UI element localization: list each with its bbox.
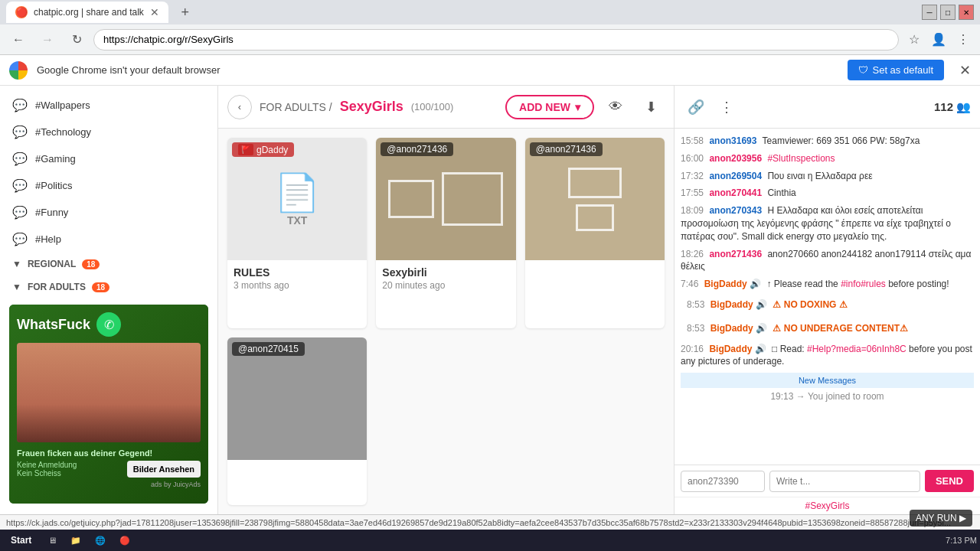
bookmark-icon[interactable]: ☆ <box>903 29 925 51</box>
image-card-rules[interactable]: 🚩 gDaddy 📄 TXT RULES 3 months ago <box>227 138 367 328</box>
image-card-3[interactable]: @anon271436 <box>525 138 665 328</box>
default-browser-bar: Google Chrome isn't your default browser… <box>0 55 980 86</box>
chat-username-input[interactable] <box>681 471 765 492</box>
add-new-btn[interactable]: ADD NEW ▾ <box>505 95 594 119</box>
msg-time-8: 8:53 <box>687 299 704 310</box>
new-tab-btn[interactable]: + <box>175 2 196 23</box>
send-btn[interactable]: SEND <box>925 470 974 492</box>
sidebar-item-gaming[interactable]: 💬 #Gaming <box>0 145 217 172</box>
chat-icon-6: 💬 <box>12 232 28 246</box>
taskbar-icon-1[interactable]: 🖥 <box>42 534 63 547</box>
image-thumb-rules: 🚩 gDaddy 📄 TXT <box>227 138 367 260</box>
chat-messages[interactable]: 15:58 anon31693 Teamviewer: 669 351 066 … <box>675 129 980 465</box>
chat-message-2: 16:00 anon203956 #SlutInspections <box>681 152 974 165</box>
main-content: ‹ FOR ADULTS / SexyGirls (100/100) ADD N… <box>218 86 674 514</box>
chat-message-3: 17:32 anon269504 Που ειναι η Ελλαδαρα ρε… <box>681 170 974 183</box>
shield-icon: 🛡 <box>858 64 868 76</box>
preview-icon-btn[interactable]: 👁 <box>602 93 629 121</box>
chat-header: 🔗 ⋮ 112 👥 <box>675 86 980 129</box>
taskbar-icon-4[interactable]: 🔴 <box>113 534 136 547</box>
sidebar-label-funny: #Funny <box>35 207 68 218</box>
regional-section[interactable]: ▼ REGIONAL 18 <box>0 253 217 276</box>
sidebar-item-wallpapers[interactable]: 💬 #Wallpapers <box>0 92 217 119</box>
image-title-rules: RULES <box>234 266 361 279</box>
msg-author-10: BigDaddy 🔊 <box>709 344 766 354</box>
start-btn[interactable]: Start <box>3 533 39 547</box>
chat-message-input[interactable] <box>769 471 920 492</box>
download-icon-btn[interactable]: ⬇ <box>637 93 665 121</box>
ad-sub3: Kein Scheiss <box>17 469 77 478</box>
chat-message-6: 18:26 anon271436 anon270660 anon244182 a… <box>681 248 974 274</box>
inner-box-1 <box>568 168 622 198</box>
default-browser-text: Google Chrome isn't your default browser <box>37 64 838 76</box>
ad-box[interactable]: WhatsFuck ✆ Frauen ficken aus deiner Geg… <box>9 305 208 504</box>
msg-text-8: ⚠ NO DOXING ⚠ <box>773 299 847 310</box>
refresh-btn[interactable]: ↻ <box>64 28 89 52</box>
dropdown-arrow-icon: ▾ <box>575 101 580 113</box>
sidebar-item-funny[interactable]: 💬 #Funny <box>0 199 217 226</box>
image-meta-rules: RULES 3 months ago <box>227 260 367 297</box>
msg-time-4: 17:55 <box>681 187 704 198</box>
taskbar-icon-2[interactable]: 📁 <box>64 534 87 547</box>
window-controls: ─ □ ✕ <box>922 5 974 20</box>
msg-time-3: 17:32 <box>681 171 704 181</box>
user-overlay-1: 🚩 gDaddy <box>232 142 294 157</box>
chat-message-4: 17:55 anon270441 Cinthia <box>681 187 974 200</box>
box-2 <box>442 172 503 226</box>
tab-close-btn[interactable]: ✕ <box>150 6 159 18</box>
image-meta-sexybirli: Sexybirli 20 minutes ago <box>376 260 515 297</box>
forward-btn[interactable]: → <box>35 28 60 52</box>
new-messages-bar[interactable]: New Messages <box>681 373 974 388</box>
image-time-rules: 3 months ago <box>234 280 361 291</box>
close-default-bar-btn[interactable]: ✕ <box>959 62 971 79</box>
images-grid: 🚩 gDaddy 📄 TXT RULES 3 months ago <box>218 129 674 514</box>
any-run-badge[interactable]: ANY RUN ▶ <box>910 510 972 527</box>
chat-message-8: 8:53 BigDaddy 🔊 ⚠ NO DOXING ⚠ <box>681 295 974 315</box>
link-icon-btn[interactable]: 🔗 <box>684 95 708 119</box>
msg-link-10: #Help?media=06nInh8C <box>807 344 906 354</box>
browser-toolbar: ← → ↻ ☆ 👤 ⋮ <box>0 24 980 55</box>
more-options-btn[interactable]: ⋮ <box>714 95 739 119</box>
sidebar-item-technology[interactable]: 💬 #Technology <box>0 119 217 145</box>
ad-btn[interactable]: Bilder Ansehen <box>127 461 201 478</box>
any-run-label: ANY RUN ▶ <box>916 513 966 523</box>
flag-icon: 🚩 <box>238 144 253 155</box>
back-btn[interactable]: ← <box>6 28 31 52</box>
for-adults-section[interactable]: ▼ FOR ADULTS 18 <box>0 276 217 298</box>
chat-message-5: 18:09 anon270343 Η Ελλαδαρα και όλοι εσε… <box>681 204 974 243</box>
maximize-btn[interactable]: □ <box>940 5 956 20</box>
msg-text-9: ⚠ NO UNDERAGE CONTENT⚠ <box>773 323 908 334</box>
back-channel-btn[interactable]: ‹ <box>227 95 252 119</box>
browser-tab[interactable]: 🔴 chatpic.org | share and talk ✕ <box>6 2 168 23</box>
close-btn[interactable]: ✕ <box>959 5 974 20</box>
image-content-3 <box>568 168 622 231</box>
taskbar-items: 🖥 📁 🌐 🔴 <box>42 534 136 547</box>
msg-text-1: Teamviewer: 669 351 066 PW: 58g7xa <box>763 135 920 146</box>
channel-breadcrumb: FOR ADULTS / <box>260 101 332 113</box>
msg-time-6: 18:26 <box>681 249 704 259</box>
address-bar[interactable] <box>93 29 899 51</box>
image-card-sexybirli[interactable]: @anon271436 Sexybirli 20 minutes ago <box>376 138 515 328</box>
msg-text-2: #SlutInspections <box>767 153 835 164</box>
image-meta-4 <box>227 460 367 474</box>
minimize-btn[interactable]: ─ <box>922 5 937 20</box>
user-overlay-2: @anon271436 <box>381 142 453 156</box>
inner-box-2 <box>576 204 614 231</box>
channel-name: SexyGirls <box>340 99 403 115</box>
msg-author-1: anon31693 <box>709 135 756 146</box>
sidebar-item-politics[interactable]: 💬 #Politics <box>0 172 217 199</box>
taskbar: Start 🖥 📁 🌐 🔴 7:13 PM <box>0 530 980 551</box>
msg-text-7: ↑ Please read the <box>766 279 841 289</box>
image-card-4[interactable]: @anon270415 <box>227 337 367 505</box>
menu-icon[interactable]: ⋮ <box>952 29 974 51</box>
profile-icon[interactable]: 👤 <box>928 29 949 51</box>
chat-panel: 🔗 ⋮ 112 👥 15:58 anon31693 Teamviewer: 66… <box>674 86 980 514</box>
msg-text-4: Cinthia <box>767 187 795 198</box>
taskbar-icon-3[interactable]: 🌐 <box>89 534 112 547</box>
msg-author-2: anon203956 <box>709 153 762 164</box>
chrome-logo <box>9 61 28 80</box>
msg-text-3: Που ειναι η Ελλαδαρα ρεε <box>767 171 872 181</box>
sidebar-item-help[interactable]: 💬 #Help <box>0 226 217 253</box>
image-time-sexybirli: 20 minutes ago <box>382 280 509 291</box>
set-default-btn[interactable]: 🛡 Set as default <box>848 60 945 80</box>
